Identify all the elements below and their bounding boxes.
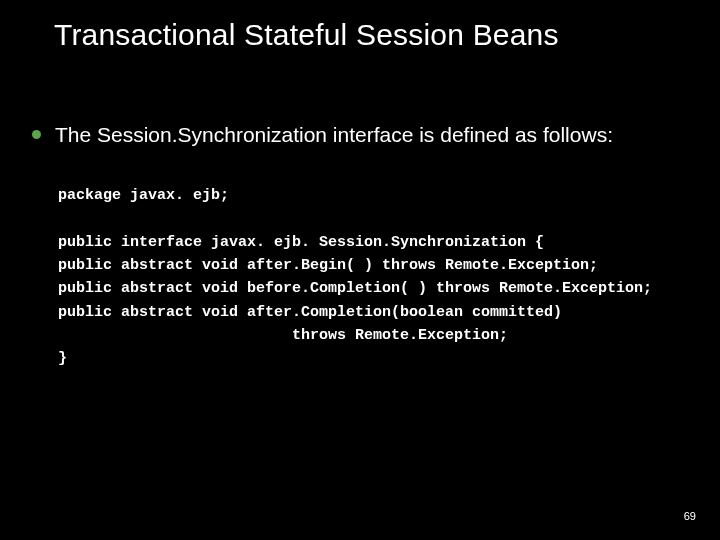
code-line: public abstract void before.Completion( … xyxy=(58,280,652,297)
code-block: package javax. ejb; public interface jav… xyxy=(58,184,680,370)
slide-title: Transactional Stateful Session Beans xyxy=(54,18,680,52)
code-line: } xyxy=(58,350,67,367)
code-line: package javax. ejb; xyxy=(58,187,229,204)
bullet-icon xyxy=(32,130,41,139)
code-line: public abstract void after.Begin( ) thro… xyxy=(58,257,598,274)
code-line: throws Remote.Exception; xyxy=(58,327,508,344)
bullet-text: The Session.Synchronization interface is… xyxy=(55,122,613,148)
code-line: public interface javax. ejb. Session.Syn… xyxy=(58,234,544,251)
page-number: 69 xyxy=(684,510,696,522)
code-line: public abstract void after.Completion(bo… xyxy=(58,304,562,321)
slide: Transactional Stateful Session Beans The… xyxy=(0,0,720,540)
bullet-row: The Session.Synchronization interface is… xyxy=(32,122,680,148)
